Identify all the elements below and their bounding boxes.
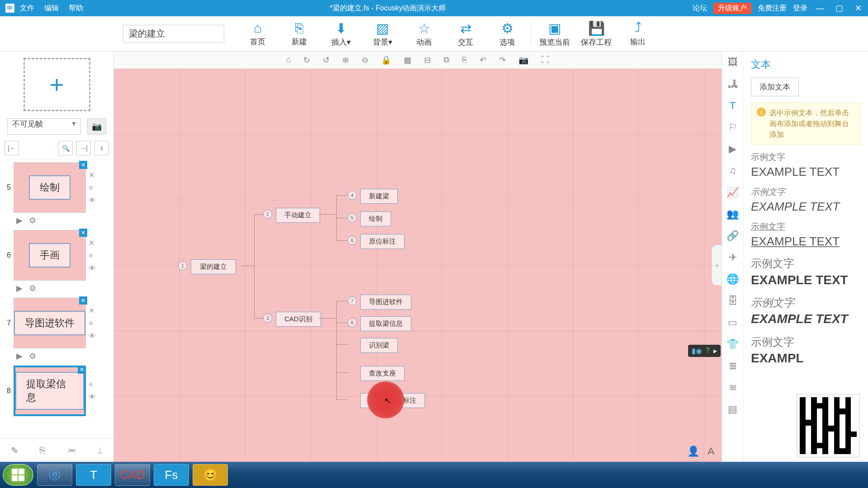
undo2-icon[interactable]: ↶: [480, 55, 486, 65]
start-button[interactable]: [3, 464, 33, 486]
thumbnail[interactable]: 手画 ✕: [14, 230, 86, 281]
maximize-button[interactable]: ▢: [833, 3, 845, 13]
menu-edit[interactable]: 编辑: [44, 4, 59, 13]
sample-text-3[interactable]: 示例文字EXAMPLE TEXT: [751, 221, 861, 249]
float-close-icon[interactable]: ▸: [713, 347, 717, 355]
zoom-in-icon[interactable]: ⊕: [342, 55, 349, 65]
tab-plane-icon[interactable]: ✈: [726, 250, 740, 265]
new-button[interactable]: ⎘新建: [278, 16, 320, 52]
nav-first-button[interactable]: |←: [5, 141, 19, 155]
minimize-button[interactable]: —: [814, 4, 826, 13]
tab-music-icon[interactable]: ♫: [726, 164, 740, 178]
options-button[interactable]: ⚙选项: [486, 16, 528, 52]
snapshot-button[interactable]: 📷: [87, 118, 106, 135]
tab-image-icon[interactable]: 🖼: [726, 55, 740, 70]
home-button[interactable]: ⌂首页: [237, 16, 278, 52]
mindmap-node[interactable]: 识别梁: [360, 338, 398, 353]
task-app-t[interactable]: T: [76, 464, 111, 486]
thumb-close-icon[interactable]: ✕: [79, 161, 87, 169]
menu-file[interactable]: 文件: [20, 4, 34, 13]
mindmap-node[interactable]: 原位标注: [360, 234, 405, 249]
save-button[interactable]: 💾保存工程: [576, 16, 617, 52]
thumb-menu-icon[interactable]: ≡: [89, 319, 96, 328]
thumb-settings-icon[interactable]: ⚙: [29, 216, 36, 225]
canvas-redo-icon[interactable]: ↻: [303, 55, 310, 65]
tab-landscape-icon[interactable]: 🏞: [726, 77, 740, 91]
tab-layers-icon[interactable]: ≋: [726, 380, 740, 395]
presentation-title-input[interactable]: [123, 25, 224, 43]
float-contact-icon[interactable]: ▮◉: [692, 347, 702, 355]
thumb-settings-icon[interactable]: ⚙: [29, 351, 36, 361]
insert-button[interactable]: ⬇插入▾: [320, 16, 362, 52]
thumb-close-icon[interactable]: ✕: [79, 229, 87, 237]
thumb-close-x-icon[interactable]: ✕: [89, 306, 96, 315]
mindmap-node[interactable]: 手动建立: [276, 208, 320, 223]
upgrade-button[interactable]: 升级账户: [713, 3, 751, 14]
mindmap-node[interactable]: 新建梁: [360, 189, 398, 204]
close-button[interactable]: ✕: [852, 3, 864, 13]
thumb-close-icon[interactable]: ✕: [78, 366, 86, 374]
add-frame-button[interactable]: +: [24, 58, 90, 111]
canvas-home-icon[interactable]: ⌂: [286, 55, 291, 65]
thumb-visibility-icon[interactable]: 👁: [89, 197, 96, 205]
canvas[interactable]: › 1梁的建立2手动建立3CAD识别4新建梁5绘制6原位标注7导图进软件8提取梁…: [114, 69, 722, 462]
sample-text-4[interactable]: 示例文字EXAMPLE TEXT: [751, 256, 861, 289]
thumb-settings-icon[interactable]: ⚙: [29, 283, 36, 293]
thumb-play-icon[interactable]: ▶: [16, 283, 23, 293]
thumb-close-x-icon[interactable]: ✕: [89, 171, 96, 179]
grid-icon[interactable]: ▦: [404, 55, 411, 65]
thumbnail[interactable]: 绘制 ✕: [14, 162, 86, 213]
sample-text-5[interactable]: 示例文字EXAMPLE TEXT: [751, 295, 861, 328]
camera2-icon[interactable]: 📷: [519, 55, 528, 65]
link-forum[interactable]: 论坛: [693, 4, 707, 13]
mindmap-node[interactable]: 导图进软件: [360, 295, 411, 310]
edit-slide-button[interactable]: ✎: [11, 445, 19, 456]
thumb-visibility-icon[interactable]: 👁: [89, 332, 96, 340]
float-help-icon[interactable]: ?: [706, 347, 710, 355]
link-login[interactable]: 登录: [793, 4, 807, 13]
interact-button[interactable]: ⇄交互: [445, 16, 486, 52]
mindmap-node[interactable]: 提取梁信息: [360, 316, 411, 331]
user-avatar-icon[interactable]: 👤: [687, 446, 699, 457]
tab-shirt-icon[interactable]: 👕: [726, 337, 740, 352]
thumbnail-list[interactable]: 5 绘制 ✕ ✕ ≡ 👁 ▶⚙ 6 手画 ✕ ✕ ≡ 👁 ▶⚙ 7 导图进软件 …: [0, 160, 113, 438]
link-register[interactable]: 免费注册: [758, 4, 787, 13]
menu-help[interactable]: 帮助: [69, 4, 83, 13]
tab-flag-icon[interactable]: ⚐: [726, 120, 740, 135]
background-button[interactable]: ▨背景▾: [362, 16, 403, 52]
task-app-orange[interactable]: 😊: [193, 464, 228, 486]
mindmap-node[interactable]: 绘制: [360, 211, 391, 226]
tab-db-icon[interactable]: 🗄: [726, 294, 740, 308]
collapse-up-button[interactable]: ⟂: [97, 445, 103, 455]
tab-chart-icon[interactable]: 📈: [726, 185, 740, 200]
preview-button[interactable]: ▣预览当前: [534, 16, 576, 52]
align-icon[interactable]: ⊟: [424, 55, 431, 65]
thumb-close-icon[interactable]: ✕: [79, 296, 87, 305]
sample-text-1[interactable]: 示例文字EXAMPLE TEXT: [751, 151, 861, 180]
mindmap-node[interactable]: 查改支座: [360, 366, 405, 381]
tab-text-icon[interactable]: T: [726, 99, 740, 113]
thumb-play-icon[interactable]: ▶: [16, 216, 23, 225]
lock-icon[interactable]: 🔒: [381, 55, 391, 65]
sample-text-6[interactable]: 示例文字EXAMPL: [751, 334, 861, 367]
copy-icon[interactable]: ⧉: [443, 55, 449, 65]
thumb-visibility-icon[interactable]: 👁: [89, 393, 96, 401]
tab-list-icon[interactable]: ≣: [726, 359, 740, 373]
redo2-icon[interactable]: ↷: [499, 55, 506, 65]
mindmap-node[interactable]: 梁的建立: [191, 259, 236, 274]
fullscreen-icon[interactable]: ⛶: [541, 55, 549, 65]
thumbnail[interactable]: 提取梁信息 ✕: [14, 366, 86, 416]
paste-icon[interactable]: ⎘: [462, 55, 467, 65]
task-focusky[interactable]: Fs: [154, 464, 189, 486]
tab-window-icon[interactable]: ▭: [726, 315, 740, 330]
sample-text-2[interactable]: 示例文字EXAMPLE TEXT: [751, 186, 861, 215]
thumb-menu-icon[interactable]: ≡: [89, 252, 96, 260]
thumb-close-x-icon[interactable]: ✕: [89, 239, 96, 247]
visibility-select[interactable]: 不可见帧: [7, 118, 81, 135]
tab-people-icon[interactable]: 👥: [726, 207, 740, 221]
task-ie[interactable]: ⓔ: [37, 464, 72, 486]
floating-toolbar[interactable]: ▮◉ ? ▸: [688, 345, 721, 357]
font-icon[interactable]: A: [708, 446, 714, 457]
export-button[interactable]: ⤴输出: [617, 16, 659, 52]
thumb-menu-icon[interactable]: ≡: [89, 184, 96, 192]
